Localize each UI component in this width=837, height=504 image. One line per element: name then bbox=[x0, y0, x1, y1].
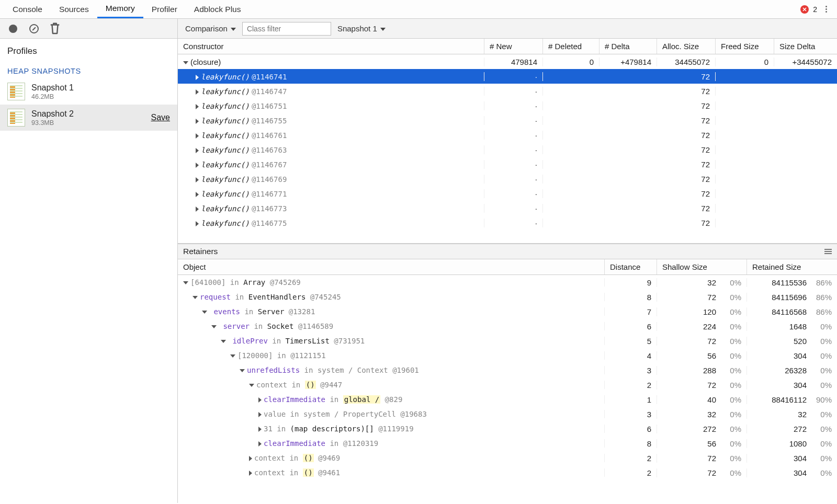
fn-name: leakyfunc() bbox=[201, 204, 250, 213]
column-header[interactable]: # New bbox=[484, 39, 543, 54]
column-header[interactable]: Constructor bbox=[178, 39, 484, 54]
cell-sizedelta: +34455072 bbox=[774, 58, 837, 66]
retainer-row[interactable]: value in system / PropertyCell @19683332… bbox=[178, 407, 837, 421]
column-header[interactable]: Alloc. Size bbox=[657, 39, 716, 54]
object-row[interactable]: leakyfunc() @1146741·72 bbox=[178, 69, 837, 84]
retainer-row[interactable]: context in () @94472720%3040% bbox=[178, 377, 837, 392]
retainer-row[interactable]: context in () @94692720%3040% bbox=[178, 451, 837, 465]
chevron-right-icon[interactable] bbox=[196, 133, 199, 139]
cell-retained: 5200% bbox=[747, 337, 837, 346]
cell-alloc: 72 bbox=[657, 116, 716, 125]
cell-new: · bbox=[484, 116, 543, 125]
chevron-down-icon[interactable] bbox=[221, 340, 226, 343]
top-tab-console[interactable]: Console bbox=[4, 0, 51, 18]
chevron-down-icon[interactable] bbox=[230, 354, 235, 358]
column-header[interactable]: Shallow Size bbox=[657, 259, 747, 274]
column-header[interactable]: # Deleted bbox=[543, 39, 600, 54]
cell-retained: 263280% bbox=[747, 366, 837, 375]
retainer-row[interactable]: request in EventHandlers @7452458720%841… bbox=[178, 290, 837, 304]
retainer-row[interactable]: [120000] in @11211514560%3040% bbox=[178, 348, 837, 363]
retainer-row[interactable]: _server in Socket @114658962240%16480% bbox=[178, 319, 837, 334]
kebab-menu-icon[interactable] bbox=[821, 6, 831, 13]
error-count-badge[interactable] bbox=[800, 5, 809, 14]
object-row[interactable]: leakyfunc() @1146755·72 bbox=[178, 113, 837, 128]
chevron-right-icon[interactable] bbox=[196, 119, 199, 124]
cell-distance: 9 bbox=[605, 278, 657, 287]
view-mode-select[interactable]: Comparison bbox=[185, 24, 236, 33]
chevron-down-icon[interactable] bbox=[240, 369, 245, 372]
top-tab-adblock-plus[interactable]: Adblock Plus bbox=[186, 0, 250, 18]
object-row[interactable]: leakyfunc() @1146767·72 bbox=[178, 157, 837, 171]
chevron-right-icon[interactable] bbox=[196, 207, 199, 212]
profile-item[interactable]: Snapshot 293.3MBSave bbox=[0, 105, 177, 131]
chevron-down-icon[interactable] bbox=[249, 384, 254, 387]
column-header[interactable]: Size Delta bbox=[774, 39, 837, 54]
cell-new: · bbox=[484, 72, 543, 81]
chevron-right-icon[interactable] bbox=[196, 163, 199, 168]
chevron-right-icon[interactable] bbox=[196, 221, 199, 226]
chevron-right-icon[interactable] bbox=[196, 192, 199, 197]
top-tab-sources[interactable]: Sources bbox=[51, 0, 97, 18]
chevron-right-icon[interactable] bbox=[249, 456, 252, 461]
chevron-down-icon[interactable] bbox=[202, 311, 207, 314]
constructor-group-row[interactable]: (closure) 479814 0 +479814 34455072 0 +3… bbox=[178, 54, 837, 69]
chevron-down-icon[interactable] bbox=[183, 281, 188, 284]
save-link[interactable]: Save bbox=[151, 113, 170, 122]
cell-distance: 2 bbox=[605, 468, 657, 477]
class-filter-input[interactable] bbox=[242, 22, 331, 36]
retainer-row[interactable]: _idlePrev in TimersList @7319515720%5200… bbox=[178, 334, 837, 348]
object-row[interactable]: leakyfunc() @1146763·72 bbox=[178, 142, 837, 157]
top-tab-memory[interactable]: Memory bbox=[97, 0, 143, 18]
object-row[interactable]: leakyfunc() @1146747·72 bbox=[178, 84, 837, 98]
record-icon[interactable] bbox=[7, 23, 19, 35]
fn-name: leakyfunc() bbox=[201, 73, 250, 81]
object-row[interactable]: leakyfunc() @1146761·72 bbox=[178, 128, 837, 142]
object-row[interactable]: leakyfunc() @1146773·72 bbox=[178, 201, 837, 215]
fn-name: leakyfunc() bbox=[201, 219, 250, 227]
profile-item[interactable]: Snapshot 146.2MB bbox=[0, 78, 177, 105]
error-count[interactable]: 2 bbox=[813, 5, 817, 14]
base-snapshot-select[interactable]: Snapshot 1 bbox=[337, 24, 386, 33]
chevron-right-icon[interactable] bbox=[258, 441, 262, 446]
chevron-right-icon[interactable] bbox=[196, 104, 199, 109]
chevron-right-icon[interactable] bbox=[196, 75, 199, 80]
chevron-right-icon[interactable] bbox=[249, 471, 252, 476]
cell-new: · bbox=[484, 131, 543, 140]
chevron-down-icon bbox=[380, 28, 386, 31]
retainer-row[interactable]: clearImmediate in @11203198560%10800% bbox=[178, 436, 837, 451]
chevron-right-icon[interactable] bbox=[196, 177, 199, 182]
object-row[interactable]: leakyfunc() @1146771·72 bbox=[178, 186, 837, 201]
retainer-row[interactable]: clearImmediate in global / @8291400%8841… bbox=[178, 392, 837, 407]
column-header[interactable]: Distance bbox=[605, 259, 657, 274]
object-row[interactable]: leakyfunc() @1146775·72 bbox=[178, 215, 837, 230]
retainer-row[interactable]: [641000] in Array @7452699320%8411553686… bbox=[178, 275, 837, 290]
column-header[interactable]: Object bbox=[178, 259, 605, 274]
column-header[interactable]: Retained Size bbox=[747, 259, 837, 274]
chevron-right-icon[interactable] bbox=[258, 427, 262, 432]
retainer-row[interactable]: _events in Server @1328171200%8411656886… bbox=[178, 304, 837, 319]
object-row[interactable]: leakyfunc() @1146769·72 bbox=[178, 171, 837, 186]
retainer-row[interactable]: unrefedLists in system / Context @196013… bbox=[178, 363, 837, 377]
chevron-down-icon[interactable] bbox=[193, 296, 198, 299]
top-tab-profiler[interactable]: Profiler bbox=[143, 0, 186, 18]
cell-distance: 4 bbox=[605, 351, 657, 360]
object-id: @1146755 bbox=[252, 117, 287, 125]
menu-icon[interactable] bbox=[824, 249, 832, 254]
object-row[interactable]: leakyfunc() @1146751·72 bbox=[178, 98, 837, 113]
cell-retained: 16480% bbox=[747, 322, 837, 331]
chevron-down-icon[interactable] bbox=[183, 61, 188, 64]
retainer-row[interactable]: context in () @94612720%3040% bbox=[178, 465, 837, 480]
profile-size: 93.3MB bbox=[31, 119, 74, 127]
chevron-down-icon[interactable] bbox=[211, 325, 217, 328]
chevron-right-icon[interactable] bbox=[258, 397, 262, 403]
chevron-right-icon[interactable] bbox=[196, 148, 199, 153]
cell-retained: 3040% bbox=[747, 381, 837, 390]
trash-icon[interactable] bbox=[49, 23, 61, 35]
column-header[interactable]: Freed Size bbox=[716, 39, 774, 54]
chevron-right-icon[interactable] bbox=[196, 89, 199, 95]
chevron-right-icon[interactable] bbox=[258, 412, 262, 417]
clear-icon[interactable] bbox=[28, 23, 40, 35]
cell-alloc: 72 bbox=[657, 204, 716, 213]
retainer-row[interactable]: 31 in (map descriptors)[] @111991962720%… bbox=[178, 421, 837, 436]
column-header[interactable]: # Delta bbox=[600, 39, 657, 54]
